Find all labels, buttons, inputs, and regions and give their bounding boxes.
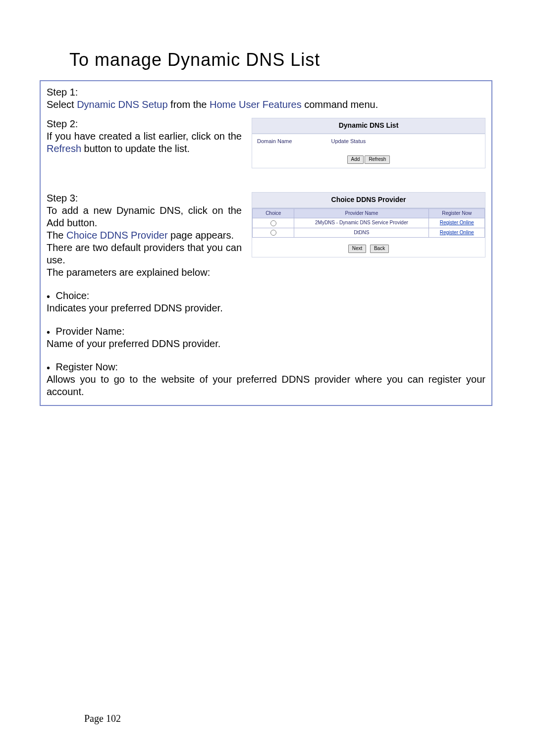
param-provider-desc: Name of your preferred DDNS provider. (47, 338, 220, 349)
link-refresh: Refresh (47, 143, 81, 154)
link-home-user-features: Home User Features (210, 99, 302, 110)
th-register: Register Now (429, 208, 485, 218)
param-register-desc: Allows you to go to the website of your … (47, 374, 485, 397)
table-row: DtDNS Register Online (253, 228, 485, 238)
th-choice: Choice (253, 208, 294, 218)
step3-line1: To add a new Dynamic DNS, click on the A… (47, 205, 242, 228)
step1-text-pre: Select (47, 99, 77, 110)
panel1-col-domain: Domain Name (257, 138, 327, 145)
param-choice-title: Choice: (56, 290, 90, 301)
panel1-title: Dynamic DNS List (252, 118, 485, 134)
link-dynamic-dns-setup: Dynamic DNS Setup (77, 99, 167, 110)
step3-line4: The parameters are explained below: (47, 267, 210, 278)
step3-label: Step 3: (47, 193, 78, 203)
register-link-1[interactable]: Register Online (440, 230, 474, 235)
dynamic-dns-list-panel: Dynamic DNS List Domain Name Update Stat… (252, 118, 485, 168)
page-number: Page 102 (84, 713, 121, 724)
param-choice-desc: Indicates your preferred DDNS provider. (47, 302, 223, 313)
panel1-col-status: Update Status (327, 138, 480, 145)
back-button[interactable]: Back (370, 245, 389, 253)
radio-choice-1[interactable] (270, 230, 276, 236)
step1-text-mid: from the (168, 99, 210, 110)
param-register-title: Register Now: (56, 361, 118, 372)
param-provider-title: Provider Name: (56, 326, 125, 337)
step2-text-pre: If you have created a list earlier, clic… (47, 131, 242, 142)
param-choice: • Choice: Indicates your preferred DDNS … (47, 290, 485, 314)
th-provider: Provider Name (294, 208, 429, 218)
instruction-box: Step 1: Select Dynamic DNS Setup from th… (40, 80, 492, 406)
step3-line2-pre: The (47, 230, 66, 241)
panel2-title: Choice DDNS Provider (252, 193, 485, 208)
step3-line3: There are two default providers that you… (47, 242, 242, 265)
table-header-row: Choice Provider Name Register Now (253, 208, 485, 218)
register-link-0[interactable]: Register Online (440, 220, 474, 225)
page-container: To manage Dynamic DNS List Step 1: Selec… (0, 0, 535, 756)
page-title: To manage Dynamic DNS List (69, 50, 495, 70)
bullet-icon: • (47, 327, 50, 337)
step1-text-post: command menu. (302, 99, 378, 110)
next-button[interactable]: Next (348, 245, 367, 253)
provider-name-1: DtDNS (294, 228, 429, 238)
refresh-button[interactable]: Refresh (365, 155, 390, 164)
add-button[interactable]: Add (347, 155, 364, 164)
step1: Step 1: Select Dynamic DNS Setup from th… (47, 86, 485, 111)
step1-label: Step 1: (47, 87, 78, 98)
choice-ddns-provider-panel: Choice DDNS Provider Choice Provider Nam… (252, 192, 485, 257)
step3: Step 3: To add a new Dynamic DNS, click … (47, 192, 242, 279)
step2-label: Step 2: (47, 118, 78, 129)
step3-line2-post: page appears. (168, 230, 234, 241)
bullet-icon: • (47, 363, 50, 373)
link-choice-ddns-provider: Choice DDNS Provider (66, 230, 168, 241)
param-register: • Register Now: Allows you to go to the … (47, 361, 485, 398)
table-row: 2MyDNS - Dynamic DNS Service Provider Re… (253, 218, 485, 228)
provider-table: Choice Provider Name Register Now 2MyDNS… (252, 208, 485, 238)
bullet-icon: • (47, 292, 50, 302)
provider-name-0: 2MyDNS - Dynamic DNS Service Provider (294, 218, 429, 228)
radio-choice-0[interactable] (270, 220, 276, 226)
step2: Step 2: If you have created a list earli… (47, 118, 242, 155)
param-provider: • Provider Name: Name of your preferred … (47, 325, 485, 350)
step2-text-post: button to update the list. (81, 143, 190, 154)
